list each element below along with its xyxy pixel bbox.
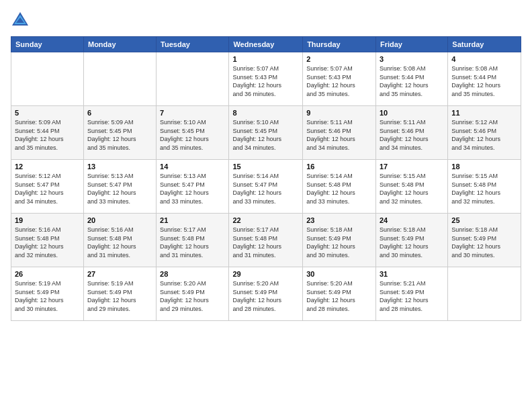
- day-number: 25: [451, 216, 517, 224]
- day-cell: 22Sunrise: 5:17 AM Sunset: 5:48 PM Dayli…: [229, 214, 303, 267]
- day-info: Sunrise: 5:12 AM Sunset: 5:46 PM Dayligh…: [451, 118, 517, 152]
- day-number: 11: [451, 109, 517, 117]
- day-info: Sunrise: 5:14 AM Sunset: 5:47 PM Dayligh…: [232, 172, 299, 205]
- day-info: Sunrise: 5:08 AM Sunset: 5:44 PM Dayligh…: [380, 64, 444, 98]
- day-info: Sunrise: 5:10 AM Sunset: 5:45 PM Dayligh…: [160, 118, 225, 152]
- day-number: 31: [380, 270, 444, 278]
- day-info: Sunrise: 5:16 AM Sunset: 5:48 PM Dayligh…: [15, 226, 80, 259]
- day-cell: 8Sunrise: 5:10 AM Sunset: 5:45 PM Daylig…: [229, 106, 303, 160]
- day-info: Sunrise: 5:13 AM Sunset: 5:47 PM Dayligh…: [87, 172, 152, 205]
- day-cell: 18Sunrise: 5:15 AM Sunset: 5:48 PM Dayli…: [448, 160, 521, 214]
- day-cell: 15Sunrise: 5:14 AM Sunset: 5:47 PM Dayli…: [229, 160, 303, 214]
- day-info: Sunrise: 5:09 AM Sunset: 5:44 PM Dayligh…: [15, 118, 80, 152]
- day-cell: 17Sunrise: 5:15 AM Sunset: 5:48 PM Dayli…: [375, 160, 447, 214]
- day-number: 24: [380, 216, 444, 224]
- day-number: 10: [380, 109, 444, 117]
- day-cell: [11, 52, 84, 106]
- day-info: Sunrise: 5:10 AM Sunset: 5:45 PM Dayligh…: [232, 118, 299, 152]
- day-number: 14: [160, 163, 225, 171]
- day-info: Sunrise: 5:11 AM Sunset: 5:46 PM Dayligh…: [306, 118, 372, 152]
- day-info: Sunrise: 5:12 AM Sunset: 5:47 PM Dayligh…: [15, 172, 80, 205]
- day-number: 3: [380, 55, 444, 63]
- day-info: Sunrise: 5:19 AM Sunset: 5:49 PM Dayligh…: [87, 279, 152, 313]
- day-number: 15: [232, 163, 299, 171]
- day-cell: [157, 52, 229, 106]
- day-cell: 3Sunrise: 5:08 AM Sunset: 5:44 PM Daylig…: [375, 52, 447, 106]
- day-number: 9: [306, 109, 372, 117]
- day-number: 21: [160, 216, 225, 224]
- day-number: 16: [306, 163, 372, 171]
- day-cell: 6Sunrise: 5:09 AM Sunset: 5:45 PM Daylig…: [83, 106, 156, 160]
- day-info: Sunrise: 5:15 AM Sunset: 5:48 PM Dayligh…: [380, 172, 444, 205]
- header-cell-sunday: Sunday: [11, 37, 84, 52]
- week-row-1: 5Sunrise: 5:09 AM Sunset: 5:44 PM Daylig…: [11, 106, 521, 160]
- day-number: 17: [380, 163, 444, 171]
- day-cell: 12Sunrise: 5:12 AM Sunset: 5:47 PM Dayli…: [11, 160, 84, 214]
- week-row-3: 19Sunrise: 5:16 AM Sunset: 5:48 PM Dayli…: [11, 214, 521, 267]
- day-number: 18: [451, 163, 517, 171]
- calendar-table: SundayMondayTuesdayWednesdayThursdayFrid…: [11, 36, 521, 321]
- day-cell: 23Sunrise: 5:18 AM Sunset: 5:49 PM Dayli…: [303, 214, 376, 267]
- day-number: 29: [232, 270, 299, 278]
- day-cell: 11Sunrise: 5:12 AM Sunset: 5:46 PM Dayli…: [448, 106, 521, 160]
- header-cell-wednesday: Wednesday: [229, 37, 303, 52]
- day-info: Sunrise: 5:20 AM Sunset: 5:49 PM Dayligh…: [232, 279, 299, 313]
- day-info: Sunrise: 5:09 AM Sunset: 5:45 PM Dayligh…: [87, 118, 152, 152]
- day-info: Sunrise: 5:18 AM Sunset: 5:49 PM Dayligh…: [380, 226, 444, 259]
- day-info: Sunrise: 5:07 AM Sunset: 5:43 PM Dayligh…: [232, 64, 299, 98]
- day-number: 26: [15, 270, 80, 278]
- day-info: Sunrise: 5:20 AM Sunset: 5:49 PM Dayligh…: [306, 279, 372, 313]
- day-number: 30: [306, 270, 372, 278]
- day-number: 8: [232, 109, 299, 117]
- day-number: 5: [15, 109, 80, 117]
- day-cell: 24Sunrise: 5:18 AM Sunset: 5:49 PM Dayli…: [375, 214, 447, 267]
- week-row-2: 12Sunrise: 5:12 AM Sunset: 5:47 PM Dayli…: [11, 160, 521, 214]
- day-cell: 13Sunrise: 5:13 AM Sunset: 5:47 PM Dayli…: [83, 160, 156, 214]
- day-cell: 29Sunrise: 5:20 AM Sunset: 5:49 PM Dayli…: [229, 267, 303, 321]
- day-number: 7: [160, 109, 225, 117]
- day-cell: 10Sunrise: 5:11 AM Sunset: 5:46 PM Dayli…: [375, 106, 447, 160]
- day-info: Sunrise: 5:16 AM Sunset: 5:48 PM Dayligh…: [87, 226, 152, 259]
- day-number: 1: [232, 55, 299, 63]
- day-cell: [83, 52, 156, 106]
- day-cell: 14Sunrise: 5:13 AM Sunset: 5:47 PM Dayli…: [157, 160, 229, 214]
- day-cell: 20Sunrise: 5:16 AM Sunset: 5:48 PM Dayli…: [83, 214, 156, 267]
- header-cell-friday: Friday: [375, 37, 447, 52]
- day-info: Sunrise: 5:08 AM Sunset: 5:44 PM Dayligh…: [451, 64, 517, 98]
- day-cell: 1Sunrise: 5:07 AM Sunset: 5:43 PM Daylig…: [229, 52, 303, 106]
- day-number: 27: [87, 270, 152, 278]
- day-info: Sunrise: 5:13 AM Sunset: 5:47 PM Dayligh…: [160, 172, 225, 205]
- day-cell: 7Sunrise: 5:10 AM Sunset: 5:45 PM Daylig…: [157, 106, 229, 160]
- header-row: SundayMondayTuesdayWednesdayThursdayFrid…: [11, 37, 521, 52]
- day-cell: 27Sunrise: 5:19 AM Sunset: 5:49 PM Dayli…: [83, 267, 156, 321]
- day-number: 6: [87, 109, 152, 117]
- day-cell: 9Sunrise: 5:11 AM Sunset: 5:46 PM Daylig…: [303, 106, 376, 160]
- day-info: Sunrise: 5:21 AM Sunset: 5:49 PM Dayligh…: [380, 279, 444, 313]
- header-cell-thursday: Thursday: [303, 37, 376, 52]
- week-row-0: 1Sunrise: 5:07 AM Sunset: 5:43 PM Daylig…: [11, 52, 521, 106]
- day-cell: 31Sunrise: 5:21 AM Sunset: 5:49 PM Dayli…: [375, 267, 447, 321]
- day-info: Sunrise: 5:17 AM Sunset: 5:48 PM Dayligh…: [232, 226, 299, 259]
- day-info: Sunrise: 5:18 AM Sunset: 5:49 PM Dayligh…: [306, 226, 372, 259]
- day-number: 19: [15, 216, 80, 224]
- day-cell: 25Sunrise: 5:18 AM Sunset: 5:49 PM Dayli…: [448, 214, 521, 267]
- day-number: 22: [232, 216, 299, 224]
- day-number: 20: [87, 216, 152, 224]
- day-cell: 5Sunrise: 5:09 AM Sunset: 5:44 PM Daylig…: [11, 106, 84, 160]
- page: SundayMondayTuesdayWednesdayThursdayFrid…: [0, 0, 532, 411]
- day-cell: 16Sunrise: 5:14 AM Sunset: 5:48 PM Dayli…: [303, 160, 376, 214]
- header-cell-monday: Monday: [83, 37, 156, 52]
- day-cell: 30Sunrise: 5:20 AM Sunset: 5:49 PM Dayli…: [303, 267, 376, 321]
- day-number: 4: [451, 55, 517, 63]
- day-cell: 28Sunrise: 5:20 AM Sunset: 5:49 PM Dayli…: [157, 267, 229, 321]
- logo: [11, 11, 32, 30]
- day-cell: 19Sunrise: 5:16 AM Sunset: 5:48 PM Dayli…: [11, 214, 84, 267]
- day-cell: [448, 267, 521, 321]
- day-number: 12: [15, 163, 80, 171]
- day-info: Sunrise: 5:18 AM Sunset: 5:49 PM Dayligh…: [451, 226, 517, 259]
- day-cell: 4Sunrise: 5:08 AM Sunset: 5:44 PM Daylig…: [448, 52, 521, 106]
- day-cell: 21Sunrise: 5:17 AM Sunset: 5:48 PM Dayli…: [157, 214, 229, 267]
- day-info: Sunrise: 5:20 AM Sunset: 5:49 PM Dayligh…: [160, 279, 225, 313]
- day-info: Sunrise: 5:15 AM Sunset: 5:48 PM Dayligh…: [451, 172, 517, 205]
- day-number: 2: [306, 55, 372, 63]
